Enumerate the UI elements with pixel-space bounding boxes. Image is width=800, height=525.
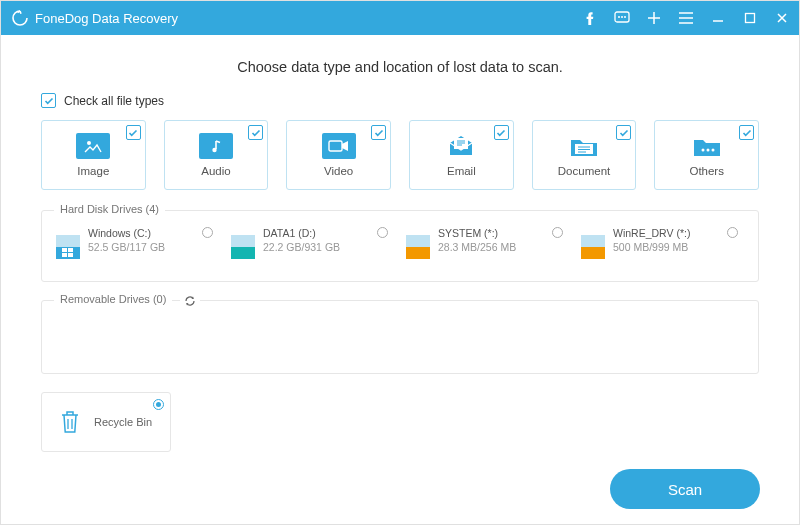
- drive-d-radio[interactable]: [377, 227, 388, 238]
- footer: Scan: [610, 469, 760, 509]
- others-icon: [690, 133, 724, 159]
- recycle-bin-radio[interactable]: [153, 399, 164, 410]
- svg-point-12: [711, 149, 714, 152]
- svg-rect-16: [68, 253, 73, 257]
- refresh-icon[interactable]: [180, 293, 200, 309]
- svg-rect-14: [68, 248, 73, 252]
- svg-point-11: [706, 149, 709, 152]
- drive-d-name: DATA1 (D:): [263, 227, 340, 239]
- document-icon: [567, 133, 601, 159]
- drive-winre[interactable]: WinRE_DRV (*:) 500 MB/999 MB: [581, 225, 744, 269]
- hdd-section: Hard Disk Drives (4) Windows (C:) 52.5 G…: [41, 210, 759, 282]
- drive-system[interactable]: SYSTEM (*:) 28.3 MB/256 MB: [406, 225, 569, 269]
- scan-button-label: Scan: [668, 481, 702, 498]
- type-video-label: Video: [324, 165, 353, 177]
- menu-icon[interactable]: [677, 9, 695, 27]
- type-card-image[interactable]: Image: [41, 120, 146, 190]
- file-type-grid: Image Audio Video Email: [41, 120, 759, 190]
- minimize-icon[interactable]: [709, 9, 727, 27]
- removable-empty: [56, 315, 744, 361]
- drive-winre-size: 500 MB/999 MB: [613, 241, 690, 253]
- titlebar-left: FoneDog Data Recovery: [11, 9, 178, 27]
- close-icon[interactable]: [773, 9, 791, 27]
- type-document-checkbox[interactable]: [616, 125, 631, 140]
- svg-point-3: [624, 16, 626, 18]
- titlebar-actions: [581, 9, 791, 27]
- plus-icon[interactable]: [645, 9, 663, 27]
- type-audio-checkbox[interactable]: [248, 125, 263, 140]
- recycle-bin-card[interactable]: Recycle Bin: [41, 392, 171, 452]
- type-audio-label: Audio: [201, 165, 230, 177]
- check-all-checkbox[interactable]: [41, 93, 56, 108]
- hdd-legend: Hard Disk Drives (4): [54, 203, 165, 215]
- email-icon: [444, 133, 478, 159]
- type-document-label: Document: [558, 165, 610, 177]
- svg-rect-15: [62, 253, 67, 257]
- type-email-checkbox[interactable]: [494, 125, 509, 140]
- feedback-icon[interactable]: [613, 9, 631, 27]
- drive-system-radio[interactable]: [552, 227, 563, 238]
- type-card-audio[interactable]: Audio: [164, 120, 269, 190]
- drive-c-radio[interactable]: [202, 227, 213, 238]
- type-card-others[interactable]: Others: [654, 120, 759, 190]
- type-image-checkbox[interactable]: [126, 125, 141, 140]
- removable-legend: Removable Drives (0): [54, 293, 172, 305]
- svg-point-10: [701, 149, 704, 152]
- drive-c-name: Windows (C:): [88, 227, 165, 239]
- app-title: FoneDog Data Recovery: [35, 11, 178, 26]
- image-icon: [76, 133, 110, 159]
- recycle-bin-label: Recycle Bin: [94, 416, 152, 428]
- audio-icon: [199, 133, 233, 159]
- drive-system-name: SYSTEM (*:): [438, 227, 516, 239]
- type-others-label: Others: [689, 165, 724, 177]
- trash-icon: [56, 407, 84, 437]
- type-video-checkbox[interactable]: [371, 125, 386, 140]
- drive-d-size: 22.2 GB/931 GB: [263, 241, 340, 253]
- drive-winre-radio[interactable]: [727, 227, 738, 238]
- check-all-label: Check all file types: [64, 94, 164, 108]
- drive-winre-name: WinRE_DRV (*:): [613, 227, 690, 239]
- facebook-icon[interactable]: [581, 9, 599, 27]
- removable-section: Removable Drives (0): [41, 300, 759, 374]
- svg-point-1: [618, 16, 620, 18]
- headline: Choose data type and location of lost da…: [41, 59, 759, 75]
- type-email-label: Email: [447, 165, 476, 177]
- svg-rect-7: [329, 141, 342, 151]
- type-card-email[interactable]: Email: [409, 120, 514, 190]
- drive-d[interactable]: DATA1 (D:) 22.2 GB/931 GB: [231, 225, 394, 269]
- maximize-icon[interactable]: [741, 9, 759, 27]
- video-icon: [322, 133, 356, 159]
- type-others-checkbox[interactable]: [739, 125, 754, 140]
- svg-rect-13: [62, 248, 67, 252]
- app-logo-icon: [11, 9, 29, 27]
- drive-c-size: 52.5 GB/117 GB: [88, 241, 165, 253]
- svg-point-5: [87, 141, 91, 145]
- svg-rect-4: [746, 14, 755, 23]
- drive-row: Windows (C:) 52.5 GB/117 GB DATA1 (D:) 2…: [56, 225, 744, 269]
- main-content: Choose data type and location of lost da…: [1, 35, 799, 452]
- type-card-video[interactable]: Video: [286, 120, 391, 190]
- svg-point-2: [621, 16, 623, 18]
- drive-system-size: 28.3 MB/256 MB: [438, 241, 516, 253]
- drive-c[interactable]: Windows (C:) 52.5 GB/117 GB: [56, 225, 219, 269]
- titlebar: FoneDog Data Recovery: [1, 1, 799, 35]
- check-all-row[interactable]: Check all file types: [41, 93, 759, 108]
- svg-point-6: [212, 148, 216, 152]
- scan-button[interactable]: Scan: [610, 469, 760, 509]
- type-card-document[interactable]: Document: [532, 120, 637, 190]
- type-image-label: Image: [77, 165, 109, 177]
